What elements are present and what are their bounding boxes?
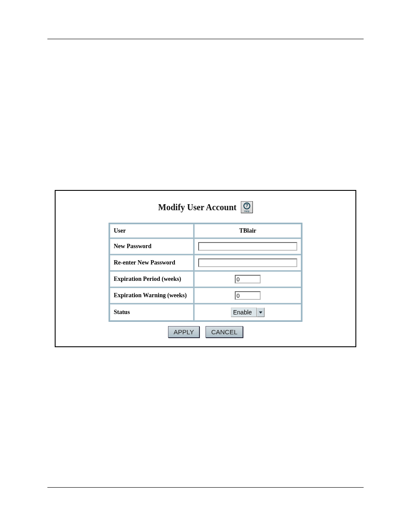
reenter-password-input[interactable]	[198, 258, 297, 267]
row-reenter-password: Re-enter New Password	[110, 255, 301, 271]
row-user: User TBlair	[110, 224, 301, 238]
label-user: User	[110, 224, 193, 238]
label-status: Status	[110, 304, 193, 320]
cancel-button[interactable]: CANCEL	[206, 326, 243, 338]
value-user: TBlair	[194, 224, 301, 238]
apply-button[interactable]: APPLY	[168, 326, 199, 338]
top-divider	[47, 39, 364, 39]
panel-title-row: Modify User Account ? Help	[64, 201, 347, 213]
label-expiration-warning: Expiration Warning (weeks)	[110, 288, 193, 303]
row-new-password: New Password	[110, 239, 301, 254]
status-select[interactable]	[231, 308, 257, 317]
bottom-divider	[47, 487, 364, 488]
panel-title: Modify User Account	[158, 202, 237, 212]
label-expiration-period: Expiration Period (weeks)	[110, 271, 193, 287]
expiration-warning-input[interactable]	[235, 291, 261, 300]
help-button-label: Help	[244, 210, 249, 212]
button-row: APPLY CANCEL	[64, 326, 347, 338]
modify-user-account-panel: Modify User Account ? Help User TBlair N…	[55, 190, 356, 347]
label-new-password: New Password	[110, 239, 193, 254]
chevron-down-icon[interactable]	[257, 308, 265, 317]
help-icon: ?	[243, 202, 250, 209]
row-expiration-period: Expiration Period (weeks)	[110, 271, 301, 287]
form-table: User TBlair New Password Re-enter New Pa…	[109, 223, 302, 322]
help-button[interactable]: ? Help	[241, 201, 253, 213]
row-expiration-warning: Expiration Warning (weeks)	[110, 288, 301, 303]
label-reenter-password: Re-enter New Password	[110, 255, 193, 271]
expiration-period-input[interactable]	[235, 275, 261, 283]
row-status: Status	[110, 304, 301, 320]
new-password-input[interactable]	[198, 242, 297, 251]
